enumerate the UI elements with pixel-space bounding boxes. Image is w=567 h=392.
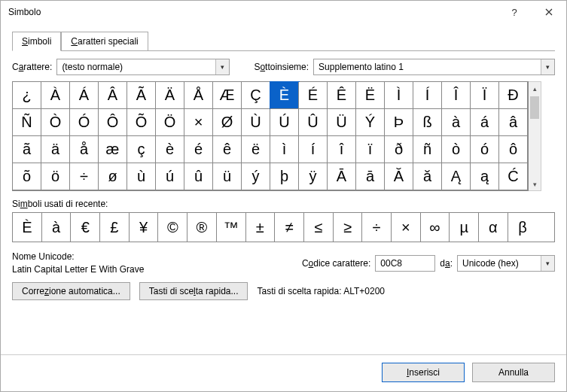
tab-symbols[interactable]: Simboli <box>12 32 61 51</box>
char-cell[interactable]: ï <box>356 136 385 163</box>
recent-char-cell[interactable]: à <box>42 213 72 242</box>
help-button[interactable]: ? <box>497 1 532 23</box>
recent-char-cell[interactable]: ∞ <box>421 213 450 242</box>
grid-scrollbar[interactable]: ▴ ▾ <box>529 81 541 191</box>
char-cell[interactable]: ü <box>213 163 242 190</box>
character-grid[interactable]: ¿ÀÁÂÃÄÅÆÇÈÉÊËÌÍÎÏÐÑÒÓÔÕÖ×ØÙÚÛÜÝÞßàáâãäåæ… <box>12 81 529 191</box>
char-cell[interactable]: ä <box>41 136 70 163</box>
char-cell[interactable]: Ö <box>156 109 184 136</box>
char-cell[interactable]: ß <box>413 109 442 136</box>
char-cell[interactable]: ą <box>471 163 499 190</box>
char-cell[interactable]: à <box>442 109 471 136</box>
recent-char-cell[interactable]: ® <box>187 213 217 242</box>
char-cell[interactable]: é <box>184 136 213 163</box>
char-cell[interactable]: ù <box>127 163 156 190</box>
char-cell[interactable]: À <box>41 82 70 109</box>
recent-char-cell[interactable]: ≠ <box>275 213 304 242</box>
char-code-input[interactable]: 00C8 <box>375 255 435 272</box>
char-cell[interactable]: Ý <box>356 109 385 136</box>
char-cell[interactable]: Ã <box>127 82 156 109</box>
char-cell[interactable]: Å <box>184 82 213 109</box>
char-cell[interactable]: í <box>299 136 328 163</box>
char-cell[interactable]: ô <box>499 136 528 163</box>
char-cell[interactable]: Þ <box>385 109 413 136</box>
autocorrect-button[interactable]: Correzione automatica... <box>12 282 130 300</box>
char-cell[interactable]: ã <box>13 136 41 163</box>
char-cell[interactable]: ø <box>99 163 127 190</box>
char-cell[interactable]: Á <box>70 82 99 109</box>
scroll-thumb[interactable] <box>530 96 539 119</box>
char-cell[interactable]: ì <box>270 136 299 163</box>
char-cell[interactable]: ¿ <box>13 82 41 109</box>
shortcut-key-button[interactable]: Tasti di scelta rapida... <box>139 282 248 300</box>
font-select[interactable]: (testo normale) ▾ <box>56 59 230 75</box>
char-cell[interactable]: É <box>299 82 328 109</box>
insert-button[interactable]: Inserisci <box>382 363 465 382</box>
char-cell[interactable]: ÷ <box>70 163 99 190</box>
char-cell[interactable]: Ú <box>270 109 299 136</box>
char-cell[interactable]: û <box>184 163 213 190</box>
char-cell[interactable]: ð <box>385 136 413 163</box>
char-cell[interactable]: ā <box>356 163 385 190</box>
char-cell[interactable]: Ô <box>99 109 127 136</box>
char-cell[interactable]: Û <box>299 109 328 136</box>
char-cell[interactable]: æ <box>99 136 127 163</box>
char-cell[interactable]: ê <box>213 136 242 163</box>
char-cell[interactable]: ú <box>156 163 184 190</box>
subset-select[interactable]: Supplemento latino 1 ▾ <box>313 59 555 75</box>
recent-char-cell[interactable]: ÷ <box>362 213 392 242</box>
tab-special-characters[interactable]: Caratteri speciali <box>61 32 148 51</box>
char-cell[interactable]: ö <box>41 163 70 190</box>
recent-char-cell[interactable]: β <box>508 213 538 242</box>
char-cell[interactable]: Ï <box>471 82 499 109</box>
char-cell[interactable]: Â <box>99 82 127 109</box>
char-cell[interactable]: Ć <box>499 163 528 190</box>
char-cell[interactable]: Ă <box>385 163 413 190</box>
recent-char-cell[interactable]: α <box>479 213 508 242</box>
char-cell[interactable]: È <box>270 82 299 109</box>
close-button[interactable] <box>532 1 566 23</box>
char-cell[interactable]: Ø <box>213 109 242 136</box>
char-cell[interactable]: × <box>184 109 213 136</box>
char-cell[interactable]: Ą <box>442 163 471 190</box>
recent-char-cell[interactable]: ≤ <box>304 213 334 242</box>
char-cell[interactable]: î <box>328 136 356 163</box>
char-cell[interactable]: á <box>471 109 499 136</box>
char-cell[interactable]: ë <box>242 136 270 163</box>
recent-char-cell[interactable]: µ <box>450 213 479 242</box>
char-cell[interactable]: ó <box>471 136 499 163</box>
cancel-button[interactable]: Annulla <box>472 363 555 382</box>
char-cell[interactable]: ý <box>242 163 270 190</box>
recent-char-cell[interactable]: ™ <box>217 213 246 242</box>
recent-char-cell[interactable]: × <box>392 213 421 242</box>
recent-char-cell[interactable]: € <box>71 213 100 242</box>
char-cell[interactable]: ă <box>413 163 442 190</box>
char-cell[interactable]: Î <box>442 82 471 109</box>
char-cell[interactable]: Ð <box>499 82 528 109</box>
char-cell[interactable]: Ü <box>328 109 356 136</box>
recent-char-cell[interactable]: ≥ <box>334 213 363 242</box>
char-cell[interactable]: ç <box>127 136 156 163</box>
char-cell[interactable]: Ā <box>328 163 356 190</box>
char-cell[interactable]: Õ <box>127 109 156 136</box>
scroll-down-icon[interactable]: ▾ <box>529 178 541 190</box>
char-cell[interactable]: Í <box>413 82 442 109</box>
char-cell[interactable]: Ì <box>385 82 413 109</box>
from-select[interactable]: Unicode (hex) ▾ <box>457 255 555 272</box>
char-cell[interactable]: þ <box>270 163 299 190</box>
recent-char-cell[interactable]: È <box>13 213 42 242</box>
char-cell[interactable]: è <box>156 136 184 163</box>
char-cell[interactable]: Ò <box>41 109 70 136</box>
char-cell[interactable]: Ó <box>70 109 99 136</box>
char-cell[interactable]: Æ <box>213 82 242 109</box>
recent-char-cell[interactable]: ± <box>246 213 276 242</box>
char-cell[interactable]: ò <box>442 136 471 163</box>
char-cell[interactable]: å <box>70 136 99 163</box>
char-cell[interactable]: õ <box>13 163 41 190</box>
recent-char-cell[interactable]: £ <box>100 213 130 242</box>
recent-symbols-grid[interactable]: Èà€£¥©®™±≠≤≥÷×∞µαβ <box>12 212 555 242</box>
char-cell[interactable]: Ë <box>356 82 385 109</box>
char-cell[interactable]: Ä <box>156 82 184 109</box>
char-cell[interactable]: â <box>499 109 528 136</box>
recent-char-cell[interactable]: © <box>158 213 187 242</box>
